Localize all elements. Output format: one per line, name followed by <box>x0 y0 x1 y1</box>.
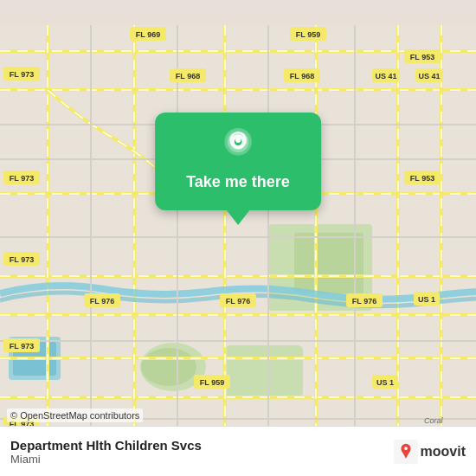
svg-text:FL 969: FL 969 <box>136 30 160 39</box>
svg-rect-5 <box>225 345 303 397</box>
moovit-icon <box>394 440 418 464</box>
popup-button-label: Take me there <box>186 173 290 191</box>
svg-text:FL 973: FL 973 <box>10 255 34 264</box>
svg-text:FL 973: FL 973 <box>10 342 34 351</box>
svg-text:FL 968: FL 968 <box>290 72 314 80</box>
svg-point-4 <box>141 348 196 386</box>
location-pin-icon <box>220 128 256 164</box>
svg-point-91 <box>404 447 408 450</box>
svg-text:FL 976: FL 976 <box>352 297 376 306</box>
take-me-there-popup[interactable]: Take me there <box>155 113 321 225</box>
map-attribution: © OpenStreetMap contributors <box>7 408 143 422</box>
svg-text:FL 959: FL 959 <box>200 378 224 387</box>
map-container: FL 969 FL 959 FL 953 US 41 US 41 FL 973 … <box>0 0 476 476</box>
svg-text:FL 953: FL 953 <box>410 53 434 61</box>
svg-rect-2 <box>294 233 363 293</box>
svg-text:FL 968: FL 968 <box>176 72 200 80</box>
popup-tail <box>226 209 250 225</box>
svg-text:US 1: US 1 <box>418 295 435 304</box>
place-subtitle: Miami <box>10 453 394 466</box>
moovit-logo: moovit <box>394 440 466 464</box>
svg-text:Coral: Coral <box>424 416 444 425</box>
svg-text:US 1: US 1 <box>376 378 394 387</box>
info-bar: Department Hlth Children Svcs Miami moov… <box>0 426 476 476</box>
take-me-there-button[interactable]: Take me there <box>155 113 321 210</box>
svg-text:FL 976: FL 976 <box>90 297 114 306</box>
svg-text:FL 959: FL 959 <box>296 30 320 39</box>
svg-text:US 41: US 41 <box>375 72 396 80</box>
info-bar-text: Department Hlth Children Svcs Miami <box>10 438 394 466</box>
place-title: Department Hlth Children Svcs <box>10 438 394 453</box>
svg-text:FL 976: FL 976 <box>226 297 250 306</box>
map-background: FL 969 FL 959 FL 953 US 41 US 41 FL 973 … <box>0 0 476 476</box>
moovit-text: moovit <box>421 444 466 460</box>
svg-text:US 41: US 41 <box>418 72 440 80</box>
svg-text:FL 953: FL 953 <box>410 174 434 183</box>
svg-text:FL 973: FL 973 <box>10 70 34 79</box>
svg-text:FL 973: FL 973 <box>10 174 34 183</box>
